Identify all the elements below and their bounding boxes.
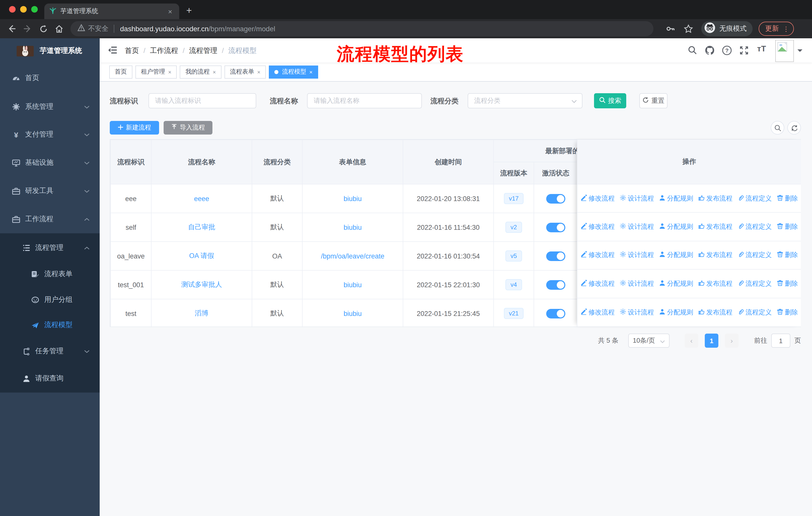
sidebar-item-process-model[interactable]: 流程模型 — [0, 315, 100, 335]
edit-process-link[interactable]: 修改流程 — [580, 279, 615, 288]
tag-close-icon[interactable]: × — [257, 69, 261, 75]
help-icon[interactable]: ? — [722, 45, 732, 57]
sidebar-item-process-form[interactable]: 流程表单 — [0, 264, 100, 284]
breadcrumb-process-management[interactable]: 流程管理 — [189, 46, 218, 54]
version-badge[interactable]: v2 — [505, 222, 522, 233]
app-logo[interactable]: 芋道管理系统 — [0, 38, 100, 63]
github-icon[interactable] — [705, 45, 715, 57]
key-icon[interactable] — [666, 24, 675, 34]
form-link[interactable]: biubiu — [344, 223, 362, 231]
form-link[interactable]: /bpm/oa/leave/create — [321, 252, 384, 260]
search-icon[interactable] — [688, 45, 697, 57]
prev-page-button[interactable]: ‹ — [685, 333, 698, 348]
model-name-link[interactable]: 测试多审批人 — [181, 281, 222, 288]
design-process-link[interactable]: 设计流程 — [620, 194, 654, 203]
process-key-input[interactable]: 请输入流程标识 — [148, 93, 256, 108]
publish-process-link[interactable]: 发布流程 — [698, 222, 732, 231]
design-process-link[interactable]: 设计流程 — [620, 251, 654, 260]
browser-tab[interactable]: 芋道管理系统 × — [44, 3, 179, 19]
publish-process-link[interactable]: 发布流程 — [698, 251, 732, 260]
process-name-input[interactable]: 请输入流程名称 — [307, 93, 422, 108]
page-size-select[interactable]: 10条/页 — [628, 333, 670, 348]
sidebar-item-user-group[interactable]: 用户分组 — [0, 290, 100, 310]
tag-process-model[interactable]: 流程模型× — [269, 65, 318, 78]
avatar-caret-icon[interactable] — [798, 49, 803, 54]
current-page-button[interactable]: 1 — [705, 333, 718, 348]
active-toggle[interactable] — [546, 222, 565, 232]
tab-close-icon[interactable]: × — [166, 7, 174, 16]
goto-page-input[interactable] — [771, 333, 790, 348]
zoom-window-button[interactable] — [31, 6, 38, 12]
tag-my-process[interactable]: 我的流程× — [180, 65, 222, 78]
sidebar-item-process-management[interactable]: 流程管理 — [0, 238, 100, 258]
delete-link[interactable]: 删除 — [777, 222, 798, 231]
form-link[interactable]: biubiu — [344, 281, 362, 289]
home-icon[interactable] — [55, 24, 63, 33]
version-badge[interactable]: v21 — [504, 308, 524, 319]
model-name-link[interactable]: 滔博 — [195, 309, 208, 317]
tag-close-icon[interactable]: × — [213, 69, 216, 75]
delete-link[interactable]: 删除 — [777, 279, 798, 288]
form-link[interactable]: biubiu — [344, 310, 362, 317]
reload-icon[interactable] — [39, 24, 48, 33]
sidebar-item-leave-query[interactable]: 请假查询 — [0, 369, 100, 388]
version-badge[interactable]: v4 — [505, 279, 522, 290]
active-toggle[interactable] — [546, 309, 565, 318]
delete-link[interactable]: 删除 — [777, 308, 798, 317]
active-toggle[interactable] — [546, 251, 565, 261]
bookmark-star-icon[interactable] — [684, 24, 693, 33]
tag-close-icon[interactable]: × — [309, 69, 313, 75]
edit-process-link[interactable]: 修改流程 — [580, 194, 615, 203]
process-definition-link[interactable]: 流程定义 — [737, 279, 772, 288]
process-definition-link[interactable]: 流程定义 — [737, 308, 772, 317]
delete-link[interactable]: 删除 — [777, 194, 798, 203]
refresh-table-icon[interactable] — [787, 121, 801, 135]
publish-process-link[interactable]: 发布流程 — [698, 194, 732, 203]
sidebar-item-payment[interactable]: ¥ 支付管理 — [0, 125, 100, 145]
model-name-link[interactable]: OA 请假 — [189, 252, 214, 260]
address-bar[interactable]: 不安全 dashboard.yudao.iocoder.cn/bpm/manag… — [70, 21, 654, 36]
minimize-window-button[interactable] — [20, 6, 27, 12]
back-icon[interactable] — [7, 24, 16, 33]
assign-rule-link[interactable]: 分配规则 — [659, 308, 693, 317]
design-process-link[interactable]: 设计流程 — [620, 308, 654, 317]
sidebar-item-devtools[interactable]: 研发工具 — [0, 181, 100, 201]
next-page-button[interactable]: › — [725, 333, 738, 348]
tag-process-form[interactable]: 流程表单× — [225, 65, 266, 78]
design-process-link[interactable]: 设计流程 — [620, 222, 654, 231]
process-definition-link[interactable]: 流程定义 — [737, 222, 772, 231]
model-name-link[interactable]: 自己审批 — [188, 223, 215, 231]
process-definition-link[interactable]: 流程定义 — [737, 194, 772, 203]
active-toggle[interactable] — [546, 280, 565, 290]
create-process-button[interactable]: 新建流程 — [110, 121, 159, 135]
tag-tenant[interactable]: 租户管理× — [136, 65, 177, 78]
fullscreen-icon[interactable] — [739, 45, 749, 57]
search-button[interactable]: 搜索 — [594, 93, 626, 108]
assign-rule-link[interactable]: 分配规则 — [659, 194, 693, 203]
new-tab-button[interactable]: + — [186, 5, 192, 16]
version-badge[interactable]: v5 — [505, 250, 522, 262]
process-category-select[interactable]: 流程分类 — [468, 93, 582, 108]
sidebar-item-home[interactable]: 首页 — [0, 68, 100, 88]
model-name-link[interactable]: eeee — [194, 195, 209, 202]
close-window-button[interactable] — [9, 6, 16, 12]
edit-process-link[interactable]: 修改流程 — [580, 308, 615, 317]
forward-icon[interactable] — [23, 24, 32, 33]
sidebar-item-task-management[interactable]: 任务管理 — [0, 341, 100, 361]
edit-process-link[interactable]: 修改流程 — [580, 251, 615, 260]
import-process-button[interactable]: 导入流程 — [164, 121, 212, 135]
sidebar-item-system[interactable]: 系统管理 — [0, 97, 100, 117]
edit-process-link[interactable]: 修改流程 — [580, 222, 615, 231]
sidebar-collapse-icon[interactable] — [108, 46, 117, 56]
assign-rule-link[interactable]: 分配规则 — [659, 279, 693, 288]
assign-rule-link[interactable]: 分配规则 — [659, 251, 693, 260]
reset-button[interactable]: 重置 — [639, 93, 668, 108]
toggle-search-icon[interactable] — [771, 121, 784, 135]
sidebar-item-infrastructure[interactable]: 基础设施 — [0, 153, 100, 173]
browser-menu-button[interactable]: 更新 ⋮ — [759, 22, 794, 36]
publish-process-link[interactable]: 发布流程 — [698, 279, 732, 288]
delete-link[interactable]: 删除 — [777, 251, 798, 260]
publish-process-link[interactable]: 发布流程 — [698, 308, 732, 317]
tag-home[interactable]: 首页 — [109, 65, 133, 78]
process-definition-link[interactable]: 流程定义 — [737, 251, 772, 260]
